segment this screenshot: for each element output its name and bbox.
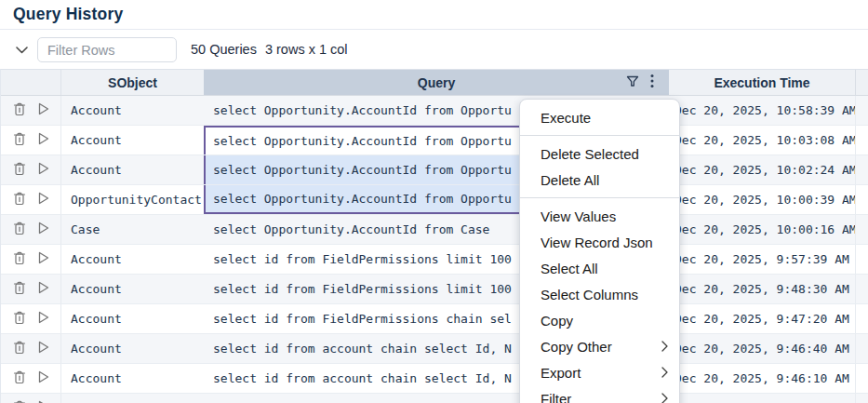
menu-item-filter[interactable]: Filter	[520, 385, 679, 403]
row-spacer-cell	[855, 185, 868, 214]
menu-item-label: Select All	[541, 261, 668, 276]
execution-time-cell[interactable]: Dec 20, 2025, 10:00:16 AM	[669, 215, 855, 244]
table-row[interactable]: Account select id from account chain sel…	[1, 364, 868, 394]
execution-time-cell[interactable]: Dec 20, 2025, 9:47:20 AM	[669, 304, 855, 333]
execution-time-cell[interactable]: Dec 20, 2025, 10:02:24 AM	[669, 155, 855, 184]
collapse-panel-button[interactable]	[7, 37, 35, 61]
run-query-button[interactable]	[38, 102, 49, 118]
table-row[interactable]: Account select id from FieldPermissions …	[1, 245, 868, 275]
row-spacer-cell	[855, 245, 868, 274]
menu-item-view-values[interactable]: View Values	[520, 203, 679, 229]
run-query-button[interactable]	[38, 132, 49, 148]
table-row[interactable]: Case select Opportunity.AccountId from C…	[1, 215, 868, 245]
kebab-menu-icon[interactable]	[650, 74, 654, 91]
row-spacer-cell	[855, 394, 868, 403]
sobject-cell[interactable]: Account	[61, 245, 204, 274]
row-actions-cell	[1, 155, 61, 184]
header-execution-time-column[interactable]: Execution Time	[669, 70, 855, 95]
sobject-cell[interactable]: Account	[61, 275, 204, 303]
row-actions-cell	[1, 126, 61, 154]
table-row[interactable]: OpportunityContact select Opportunity.Ac…	[1, 185, 868, 215]
delete-row-button[interactable]	[13, 281, 26, 298]
trash-icon	[13, 251, 26, 268]
menu-item-delete-selected[interactable]: Delete Selected	[520, 141, 679, 167]
play-icon	[38, 192, 49, 208]
sobject-cell[interactable]: Account	[61, 304, 204, 333]
trash-icon	[13, 222, 26, 238]
header-query-column[interactable]: Query	[204, 70, 669, 95]
execution-time-cell[interactable]: Dec 20, 2025, 10:58:39 AM	[669, 96, 855, 125]
run-query-button[interactable]	[38, 222, 49, 237]
sobject-cell[interactable]: OpportunityContact	[61, 185, 204, 214]
header-spacer-column	[855, 70, 868, 95]
delete-row-button[interactable]	[13, 162, 26, 179]
run-query-button[interactable]	[38, 311, 49, 327]
table-row[interactable]: Account select id from FieldPermissions …	[1, 275, 868, 304]
table-row[interactable]: Account select id from account chain sel…	[1, 394, 868, 403]
selection-summary: 3 rows x 1 col	[265, 42, 348, 57]
sobject-cell[interactable]: Account	[61, 155, 204, 184]
menu-item-label: Delete Selected	[541, 146, 668, 162]
sobject-cell[interactable]: Case	[61, 215, 204, 244]
row-spacer-cell	[855, 155, 868, 184]
delete-row-button[interactable]	[13, 400, 26, 403]
menu-item-delete-all[interactable]: Delete All	[520, 167, 679, 193]
header-sobject-column[interactable]: SObject	[61, 70, 204, 95]
delete-row-button[interactable]	[13, 192, 26, 208]
execution-time-cell[interactable]: Dec 20, 2025, 9:48:30 AM	[669, 275, 855, 303]
trash-icon	[13, 281, 26, 298]
execution-time-cell[interactable]: Dec 20, 2025, 10:03:08 AM	[669, 126, 855, 154]
page-title: Query History	[13, 5, 123, 24]
table-row[interactable]: Account select id from FieldPermissions …	[1, 304, 868, 334]
table-row[interactable]: Account select Opportunity.AccountId fro…	[1, 96, 868, 126]
menu-item-select-all[interactable]: Select All	[520, 255, 679, 281]
sobject-cell[interactable]: Account	[61, 334, 204, 363]
filter-rows-input[interactable]	[37, 37, 177, 62]
table-row[interactable]: Account select id from account chain sel…	[1, 334, 868, 364]
filter-funnel-icon[interactable]	[626, 75, 639, 90]
row-actions-cell	[1, 304, 61, 333]
trash-icon	[13, 162, 26, 179]
delete-row-button[interactable]	[13, 132, 26, 149]
run-query-button[interactable]	[38, 370, 49, 386]
submenu-chevron-right-icon	[661, 367, 668, 378]
sobject-cell[interactable]: Account	[61, 394, 204, 403]
query-summary: 50 Queries 3 rows x 1 col	[191, 30, 348, 69]
delete-row-button[interactable]	[13, 102, 26, 119]
delete-row-button[interactable]	[13, 341, 26, 357]
play-icon	[38, 311, 49, 327]
row-spacer-cell	[855, 126, 868, 154]
run-query-button[interactable]	[38, 281, 49, 297]
sobject-cell[interactable]: Account	[61, 96, 204, 125]
row-actions-cell	[1, 185, 61, 214]
execution-time-cell[interactable]: Dec 20, 2025, 10:00:39 AM	[669, 185, 855, 214]
menu-item-export[interactable]: Export	[520, 359, 679, 385]
execution-time-cell[interactable]: Dec 20, 2025, 9:46:10 AM	[669, 364, 855, 393]
delete-row-button[interactable]	[13, 311, 26, 328]
row-actions-cell	[1, 364, 61, 393]
run-query-button[interactable]	[38, 251, 49, 267]
menu-item-execute[interactable]: Execute	[520, 104, 679, 130]
run-query-button[interactable]	[38, 162, 49, 178]
execution-time-cell[interactable]: Dec 20, 2025, 9:46:40 AM	[669, 334, 855, 363]
delete-row-button[interactable]	[13, 251, 26, 268]
run-query-button[interactable]	[38, 192, 49, 208]
run-query-button[interactable]	[38, 341, 49, 356]
play-icon	[38, 370, 49, 386]
header-actions-column	[1, 70, 61, 95]
execution-time-cell[interactable]: Dec 20, 2025, 9:46:10 AM	[669, 394, 855, 403]
menu-item-copy[interactable]: Copy	[520, 307, 679, 333]
menu-item-select-columns[interactable]: Select Columns	[520, 281, 679, 307]
execution-time-cell[interactable]: Dec 20, 2025, 9:57:39 AM	[669, 245, 855, 274]
row-spacer-cell	[855, 96, 868, 125]
table-row[interactable]: Account select Opportunity.AccountId fro…	[1, 126, 868, 155]
menu-item-view-record-json[interactable]: View Record Json	[520, 229, 679, 255]
table-body: Account select Opportunity.AccountId fro…	[1, 96, 868, 403]
sobject-cell[interactable]: Account	[61, 126, 204, 154]
sobject-cell[interactable]: Account	[61, 364, 204, 393]
menu-item-copy-other[interactable]: Copy Other	[520, 333, 679, 359]
delete-row-button[interactable]	[13, 370, 26, 387]
delete-row-button[interactable]	[13, 222, 26, 238]
toolbar: 50 Queries 3 rows x 1 col	[0, 30, 868, 69]
table-row[interactable]: Account select Opportunity.AccountId fro…	[1, 155, 868, 185]
